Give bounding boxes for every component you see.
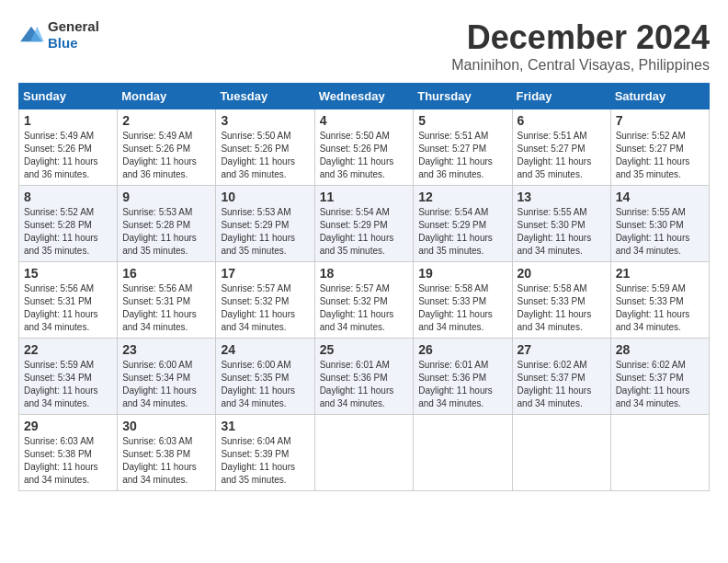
day-info: Sunrise: 6:02 AMSunset: 5:37 PMDaylight:… — [616, 359, 704, 410]
day-number: 29 — [24, 419, 112, 433]
weekday-header-tuesday: Tuesday — [216, 84, 314, 109]
day-number: 21 — [616, 266, 704, 281]
day-number: 6 — [518, 113, 606, 128]
day-number: 31 — [221, 419, 309, 433]
calendar-cell: 7Sunrise: 5:52 AMSunset: 5:27 PMDaylight… — [610, 109, 709, 186]
calendar-cell: 24Sunrise: 6:00 AMSunset: 5:35 PMDayligh… — [216, 339, 314, 415]
calendar-week-5: 29Sunrise: 6:03 AMSunset: 5:38 PMDayligh… — [19, 415, 710, 491]
calendar-cell — [512, 415, 610, 491]
day-number: 11 — [320, 190, 409, 204]
day-number: 28 — [616, 342, 704, 357]
day-info: Sunrise: 6:02 AMSunset: 5:37 PMDaylight:… — [518, 359, 606, 410]
day-info: Sunrise: 6:01 AMSunset: 5:36 PMDaylight:… — [418, 359, 506, 410]
day-info: Sunrise: 6:03 AMSunset: 5:38 PMDaylight:… — [24, 435, 112, 487]
day-info: Sunrise: 5:56 AMSunset: 5:31 PMDaylight:… — [24, 282, 112, 334]
day-info: Sunrise: 5:54 AMSunset: 5:29 PMDaylight:… — [418, 206, 506, 258]
calendar-cell: 4Sunrise: 5:50 AMSunset: 5:26 PMDaylight… — [314, 109, 414, 186]
logo-blue-text: Blue — [48, 35, 78, 51]
location-title: Maninihon, Central Visayas, Philippines — [451, 57, 710, 74]
calendar-cell: 13Sunrise: 5:55 AMSunset: 5:30 PMDayligh… — [512, 186, 610, 262]
day-number: 23 — [122, 342, 210, 357]
day-info: Sunrise: 5:59 AMSunset: 5:34 PMDaylight:… — [24, 359, 112, 410]
calendar-cell: 23Sunrise: 6:00 AMSunset: 5:34 PMDayligh… — [118, 339, 216, 415]
day-number: 10 — [221, 190, 309, 204]
day-info: Sunrise: 6:03 AMSunset: 5:38 PMDaylight:… — [122, 435, 210, 487]
calendar-week-3: 15Sunrise: 5:56 AMSunset: 5:31 PMDayligh… — [19, 262, 710, 339]
day-number: 2 — [122, 113, 210, 128]
day-number: 19 — [418, 266, 506, 281]
calendar-cell: 30Sunrise: 6:03 AMSunset: 5:38 PMDayligh… — [118, 415, 216, 491]
day-info: Sunrise: 5:58 AMSunset: 5:33 PMDaylight:… — [518, 282, 606, 334]
day-info: Sunrise: 5:53 AMSunset: 5:28 PMDaylight:… — [122, 206, 210, 258]
calendar-cell: 11Sunrise: 5:54 AMSunset: 5:29 PMDayligh… — [314, 186, 414, 262]
day-info: Sunrise: 5:57 AMSunset: 5:32 PMDaylight:… — [320, 282, 409, 334]
day-number: 16 — [122, 266, 210, 281]
calendar-cell: 28Sunrise: 6:02 AMSunset: 5:37 PMDayligh… — [610, 339, 709, 415]
day-number: 5 — [418, 113, 506, 128]
day-number: 25 — [320, 342, 409, 357]
calendar-cell: 22Sunrise: 5:59 AMSunset: 5:34 PMDayligh… — [19, 339, 118, 415]
day-info: Sunrise: 5:49 AMSunset: 5:26 PMDaylight:… — [24, 130, 112, 181]
day-number: 27 — [518, 342, 606, 357]
weekday-header-wednesday: Wednesday — [314, 84, 414, 109]
weekday-header-monday: Monday — [118, 84, 216, 109]
calendar-cell: 20Sunrise: 5:58 AMSunset: 5:33 PMDayligh… — [512, 262, 610, 339]
calendar-cell: 18Sunrise: 5:57 AMSunset: 5:32 PMDayligh… — [314, 262, 414, 339]
calendar-cell: 10Sunrise: 5:53 AMSunset: 5:29 PMDayligh… — [216, 186, 314, 262]
calendar-cell: 16Sunrise: 5:56 AMSunset: 5:31 PMDayligh… — [118, 262, 216, 339]
calendar-cell: 1Sunrise: 5:49 AMSunset: 5:26 PMDaylight… — [19, 109, 118, 186]
day-info: Sunrise: 5:58 AMSunset: 5:33 PMDaylight:… — [418, 282, 506, 334]
day-number: 30 — [122, 419, 210, 433]
day-info: Sunrise: 5:49 AMSunset: 5:26 PMDaylight:… — [122, 130, 210, 181]
logo-icon — [18, 25, 44, 45]
weekday-header-saturday: Saturday — [610, 84, 709, 109]
day-number: 26 — [418, 342, 506, 357]
page-header: General Blue December 2024 Maninihon, Ce… — [18, 18, 710, 74]
day-info: Sunrise: 5:59 AMSunset: 5:33 PMDaylight:… — [616, 282, 704, 334]
day-info: Sunrise: 6:00 AMSunset: 5:34 PMDaylight:… — [122, 359, 210, 410]
day-number: 20 — [518, 266, 606, 281]
day-info: Sunrise: 5:57 AMSunset: 5:32 PMDaylight:… — [221, 282, 309, 334]
day-number: 7 — [616, 113, 704, 128]
day-info: Sunrise: 5:54 AMSunset: 5:29 PMDaylight:… — [320, 206, 409, 258]
calendar-cell — [314, 415, 414, 491]
day-info: Sunrise: 5:51 AMSunset: 5:27 PMDaylight:… — [518, 130, 606, 181]
calendar-cell: 21Sunrise: 5:59 AMSunset: 5:33 PMDayligh… — [610, 262, 709, 339]
day-number: 15 — [24, 266, 112, 281]
calendar-week-1: 1Sunrise: 5:49 AMSunset: 5:26 PMDaylight… — [19, 109, 710, 186]
month-title: December 2024 — [451, 18, 710, 57]
calendar-cell: 12Sunrise: 5:54 AMSunset: 5:29 PMDayligh… — [414, 186, 512, 262]
calendar-cell: 31Sunrise: 6:04 AMSunset: 5:39 PMDayligh… — [216, 415, 314, 491]
calendar-cell: 14Sunrise: 5:55 AMSunset: 5:30 PMDayligh… — [610, 186, 709, 262]
calendar-cell: 19Sunrise: 5:58 AMSunset: 5:33 PMDayligh… — [414, 262, 512, 339]
calendar-cell: 29Sunrise: 6:03 AMSunset: 5:38 PMDayligh… — [19, 415, 118, 491]
calendar-cell: 5Sunrise: 5:51 AMSunset: 5:27 PMDaylight… — [414, 109, 512, 186]
day-info: Sunrise: 5:52 AMSunset: 5:27 PMDaylight:… — [616, 130, 704, 181]
day-info: Sunrise: 5:56 AMSunset: 5:31 PMDaylight:… — [122, 282, 210, 334]
day-number: 12 — [418, 190, 506, 204]
calendar-cell: 6Sunrise: 5:51 AMSunset: 5:27 PMDaylight… — [512, 109, 610, 186]
calendar-table: SundayMondayTuesdayWednesdayThursdayFrid… — [18, 83, 710, 491]
title-area: December 2024 Maninihon, Central Visayas… — [451, 18, 710, 74]
calendar-cell: 2Sunrise: 5:49 AMSunset: 5:26 PMDaylight… — [118, 109, 216, 186]
day-number: 9 — [122, 190, 210, 204]
day-info: Sunrise: 5:51 AMSunset: 5:27 PMDaylight:… — [418, 130, 506, 181]
day-number: 18 — [320, 266, 409, 281]
calendar-cell: 15Sunrise: 5:56 AMSunset: 5:31 PMDayligh… — [19, 262, 118, 339]
day-number: 24 — [221, 342, 309, 357]
day-number: 13 — [518, 190, 606, 204]
day-info: Sunrise: 5:55 AMSunset: 5:30 PMDaylight:… — [518, 206, 606, 258]
day-number: 8 — [24, 190, 112, 204]
calendar-cell — [414, 415, 512, 491]
weekday-header-thursday: Thursday — [414, 84, 512, 109]
weekday-header-sunday: Sunday — [19, 84, 118, 109]
calendar-week-2: 8Sunrise: 5:52 AMSunset: 5:28 PMDaylight… — [19, 186, 710, 262]
day-info: Sunrise: 6:04 AMSunset: 5:39 PMDaylight:… — [221, 435, 309, 487]
day-info: Sunrise: 5:50 AMSunset: 5:26 PMDaylight:… — [320, 130, 409, 181]
calendar-cell: 26Sunrise: 6:01 AMSunset: 5:36 PMDayligh… — [414, 339, 512, 415]
calendar-cell: 3Sunrise: 5:50 AMSunset: 5:26 PMDaylight… — [216, 109, 314, 186]
day-number: 14 — [616, 190, 704, 204]
calendar-cell: 25Sunrise: 6:01 AMSunset: 5:36 PMDayligh… — [314, 339, 414, 415]
day-number: 3 — [221, 113, 309, 128]
day-info: Sunrise: 5:50 AMSunset: 5:26 PMDaylight:… — [221, 130, 309, 181]
